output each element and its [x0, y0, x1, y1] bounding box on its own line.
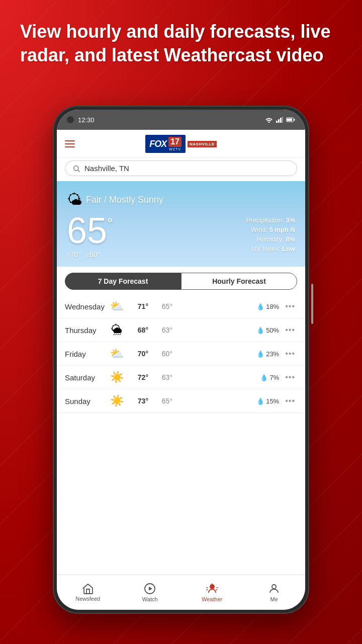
day-precip: 💧 18%	[176, 303, 279, 310]
rain-drop-icon: 💧	[256, 397, 264, 405]
day-name: Sunday	[65, 397, 105, 406]
forecast-row[interactable]: Sunday ☀️ 73° 65° 💧 15% •••	[57, 389, 305, 413]
status-right	[265, 117, 295, 123]
condition-text: Fair / Mostly Sunny	[86, 195, 163, 205]
day-precip: 💧 23%	[176, 350, 279, 358]
svg-line-8	[78, 170, 80, 172]
day-high: 71°	[128, 302, 148, 310]
weather-details: Precipitation: 3% Wind: 5 mph N Humidity…	[246, 212, 295, 253]
day-high: 72°	[128, 373, 148, 381]
svg-rect-6	[294, 119, 295, 121]
temp-row: 65° ↑70° ↓60° Precipitation: 3% Wind: 5 …	[67, 212, 295, 259]
day-low: 63°	[152, 373, 172, 381]
weather-nav-icon	[206, 583, 219, 595]
forecast-list: Wednesday ⛅ 71° 65° 💧 18% ••• Thursday 🌦…	[57, 295, 305, 575]
battery-icon	[286, 117, 295, 122]
status-left: 12:30	[67, 116, 95, 124]
day-precip: 💧 7%	[176, 374, 279, 381]
more-button[interactable]: •••	[283, 373, 297, 382]
day-icon: ☀️	[109, 371, 124, 384]
precip-value: 18%	[266, 303, 279, 310]
logo-number-text: 17	[168, 137, 182, 147]
person-icon	[268, 583, 280, 595]
day-high: 68°	[128, 326, 148, 334]
more-button[interactable]: •••	[283, 349, 297, 358]
svg-point-12	[272, 585, 276, 589]
watch-label: Watch	[142, 596, 158, 602]
wifi-icon	[265, 117, 273, 123]
home-icon	[82, 583, 94, 594]
newsfeed-label: Newsfeed	[75, 596, 100, 602]
forecast-row[interactable]: Saturday ☀️ 72° 63° 💧 7% •••	[57, 366, 305, 389]
svg-rect-3	[282, 117, 283, 123]
logo-nashville-text: NASHVILLE	[188, 141, 217, 147]
day-low: 60°	[152, 350, 172, 358]
tab-hourly[interactable]: Hourly Forecast	[181, 273, 297, 290]
day-icon: ⛅	[109, 300, 124, 313]
day-name: Friday	[65, 350, 105, 358]
day-low: 65°	[152, 397, 172, 405]
hi-lo: ↑70° ↓60°	[67, 251, 113, 259]
forecast-tabs: 7 Day Forecast Hourly Forecast	[65, 273, 297, 290]
nav-item-watch[interactable]: Watch	[119, 575, 182, 610]
svg-rect-1	[278, 119, 280, 123]
bottom-nav: Newsfeed Watch Weather	[57, 575, 305, 610]
logo-wztv-text: WZTV	[169, 147, 181, 151]
headline: View hourly and daily forecasts, live ra…	[20, 20, 342, 67]
precipitation-detail: Precipitation: 3%	[246, 216, 295, 224]
rain-drop-icon: 💧	[256, 350, 264, 358]
app-header: FOX 17 WZTV NASHVILLE	[57, 130, 305, 157]
low-temp: ↓60°	[86, 251, 100, 259]
nav-item-newsfeed[interactable]: Newsfeed	[57, 575, 119, 610]
big-temperature: 65°	[67, 212, 113, 249]
temp-left: 65° ↑70° ↓60°	[67, 212, 113, 259]
svg-marker-10	[149, 587, 152, 591]
uv-detail: UV Index: Low	[246, 245, 295, 253]
more-button[interactable]: •••	[283, 326, 297, 335]
phone-screen: 12:30	[57, 110, 305, 610]
more-button[interactable]: •••	[283, 396, 297, 406]
precip-value: 7%	[269, 374, 279, 381]
rain-drop-icon: 💧	[256, 327, 264, 334]
logo-fox-text: FOX	[149, 139, 166, 149]
search-input-wrapper[interactable]: Nashville, TN	[65, 160, 297, 176]
day-icon: 🌦	[109, 324, 124, 337]
tab-7day[interactable]: 7 Day Forecast	[65, 273, 181, 290]
play-icon	[144, 583, 156, 595]
humidity-detail: Humidity: 8%	[246, 235, 295, 243]
precip-value: 50%	[266, 327, 279, 334]
phone-frame: 12:30	[53, 106, 309, 614]
forecast-row[interactable]: Wednesday ⛅ 71° 65° 💧 18% •••	[57, 295, 305, 318]
svg-point-7	[74, 166, 78, 170]
weather-label: Weather	[202, 596, 222, 602]
search-icon	[72, 165, 80, 173]
status-time: 12:30	[78, 116, 95, 124]
signal-icon	[276, 117, 283, 123]
forecast-row[interactable]: Friday ⛅ 70° 60° 💧 23% •••	[57, 342, 305, 366]
search-input[interactable]: Nashville, TN	[84, 164, 129, 173]
day-icon: ⛅	[109, 347, 124, 360]
nav-item-me[interactable]: Me	[243, 575, 306, 610]
day-precip: 💧 50%	[176, 327, 279, 334]
current-weather: 🌤 Fair / Mostly Sunny 65° ↑70° ↓60°	[57, 181, 305, 267]
scroll-indicator[interactable]	[311, 284, 313, 324]
weather-icon: 🌤	[67, 191, 82, 208]
hamburger-button[interactable]	[65, 140, 75, 147]
day-low: 63°	[152, 326, 172, 334]
svg-rect-5	[287, 119, 292, 121]
precip-value: 23%	[266, 350, 279, 358]
rain-drop-icon: 💧	[256, 303, 264, 310]
status-bar: 12:30	[57, 110, 305, 130]
nav-item-weather[interactable]: Weather	[181, 575, 243, 610]
more-button[interactable]: •••	[283, 302, 297, 311]
me-label: Me	[270, 596, 278, 602]
logo: FOX 17 WZTV NASHVILLE	[145, 135, 217, 153]
day-icon: ☀️	[109, 394, 124, 408]
day-high: 70°	[128, 350, 148, 358]
logo-box: FOX 17 WZTV	[145, 135, 186, 153]
day-precip: 💧 15%	[176, 397, 279, 405]
forecast-row[interactable]: Thursday 🌦 68° 63° 💧 50% •••	[57, 318, 305, 342]
precip-value: 15%	[266, 397, 279, 405]
day-low: 65°	[152, 302, 172, 310]
weather-content: 🌤 Fair / Mostly Sunny 65° ↑70° ↓60°	[57, 181, 305, 575]
